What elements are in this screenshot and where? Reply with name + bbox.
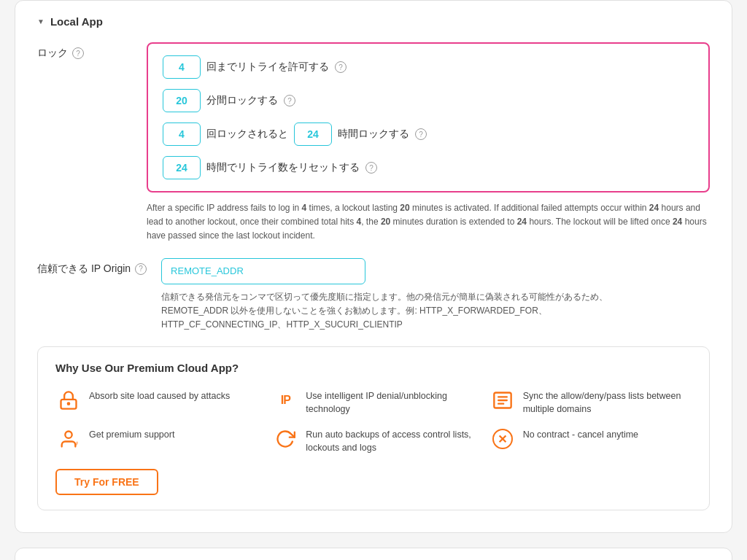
premium-box: Why Use Our Premium Cloud App? Absorb si… — [37, 346, 710, 510]
lock-label: ロック ? — [37, 42, 132, 60]
lock-duration-input[interactable] — [163, 89, 201, 112]
lock-form-row: ロック ? 回までリトライを許可する ? 分間ロックする ? — [37, 42, 710, 244]
feature-item-6: ✕ No contract - cancel anytime — [489, 426, 692, 454]
custom-app-section: ▶ Custom App — [15, 548, 732, 560]
features-grid: Absorb site load caused by attacks IP Us… — [55, 387, 692, 454]
try-free-button[interactable]: Try For FREE — [55, 469, 158, 495]
lock-row3-help[interactable]: ? — [415, 128, 427, 140]
feature-item-2: IP Use intelligent IP denial/unblocking … — [272, 387, 474, 416]
lock-icon — [55, 387, 82, 413]
premium-title: Why Use Our Premium Cloud App? — [55, 362, 692, 374]
support-icon — [55, 426, 82, 452]
lock-row2-text: 分間ロックする — [206, 94, 278, 107]
feature-item-5: Run auto backups of access control lists… — [272, 426, 474, 454]
lock-description: After a specific IP address fails to log… — [147, 201, 710, 244]
ip-icon: IP — [272, 387, 298, 413]
feature-text-1: Absorb site load caused by attacks — [89, 387, 230, 403]
lock-help-icon[interactable]: ? — [72, 47, 84, 59]
backup-icon — [272, 426, 298, 452]
no-contract-icon: ✕ — [489, 426, 516, 452]
ip-origin-row: 信頼できる IP Origin ? 信頼できる発信元をコンマで区切って優先度順に… — [37, 258, 710, 332]
lock-row2-help[interactable]: ? — [284, 95, 295, 106]
ip-origin-label: 信頼できる IP Origin ? — [37, 258, 147, 276]
ip-origin-description: 信頼できる発信元をコンマで区切って優先度順に指定します。他の発信元が簡単に偽装さ… — [161, 290, 710, 332]
lock-row1-help[interactable]: ? — [335, 61, 347, 73]
lock-row4-text: 時間でリトライ数をリセットする — [206, 161, 360, 174]
feature-text-4: Get premium support — [89, 426, 174, 442]
svg-point-1 — [68, 403, 69, 405]
local-app-section: ▼ Local App ロック ? 回までリトライを許可する ? — [15, 0, 732, 533]
lock-row4-help[interactable]: ? — [365, 162, 377, 174]
lock-row-3: 回ロックされると 時間ロックする ? — [163, 122, 694, 146]
local-app-arrow: ▼ — [37, 18, 44, 26]
lock-row3-text-middle: 回ロックされると — [206, 128, 288, 141]
feature-item-3: Sync the allow/deny/pass lists between m… — [489, 387, 692, 416]
lock-extend-duration-input[interactable] — [294, 122, 332, 146]
svg-point-6 — [65, 432, 71, 438]
sync-list-icon — [489, 387, 516, 413]
feature-text-5: Run auto backups of access control lists… — [306, 426, 474, 454]
lock-box: 回までリトライを許可する ? 分間ロックする ? 回ロックされると 時 — [147, 42, 710, 192]
feature-item-1: Absorb site load caused by attacks — [55, 387, 258, 416]
feature-text-3: Sync the allow/deny/pass lists between m… — [523, 387, 692, 416]
lock-extend-trigger-input[interactable] — [163, 122, 201, 146]
ip-origin-input[interactable] — [161, 258, 365, 284]
local-app-title: Local App — [50, 15, 103, 28]
lock-retry-count-input[interactable] — [163, 55, 201, 79]
local-app-header[interactable]: ▼ Local App — [37, 15, 710, 28]
lock-row-1: 回までリトライを許可する ? — [163, 55, 694, 79]
lock-row-4: 時間でリトライ数をリセットする ? — [163, 156, 694, 179]
feature-text-2: Use intelligent IP denial/unblocking tec… — [306, 387, 474, 416]
lock-reset-input[interactable] — [163, 156, 201, 179]
ip-origin-content: 信頼できる発信元をコンマで区切って優先度順に指定します。他の発信元が簡単に偽装さ… — [161, 258, 710, 332]
feature-item-4: Get premium support — [55, 426, 258, 454]
lock-row-2: 分間ロックする ? — [163, 89, 694, 112]
lock-form-content: 回までリトライを許可する ? 分間ロックする ? 回ロックされると 時 — [147, 42, 710, 244]
ip-origin-help-icon[interactable]: ? — [135, 263, 147, 275]
lock-row3-text-after: 時間ロックする — [338, 128, 409, 141]
feature-text-6: No contract - cancel anytime — [523, 426, 638, 442]
lock-row1-text: 回までリトライを許可する — [206, 61, 329, 74]
